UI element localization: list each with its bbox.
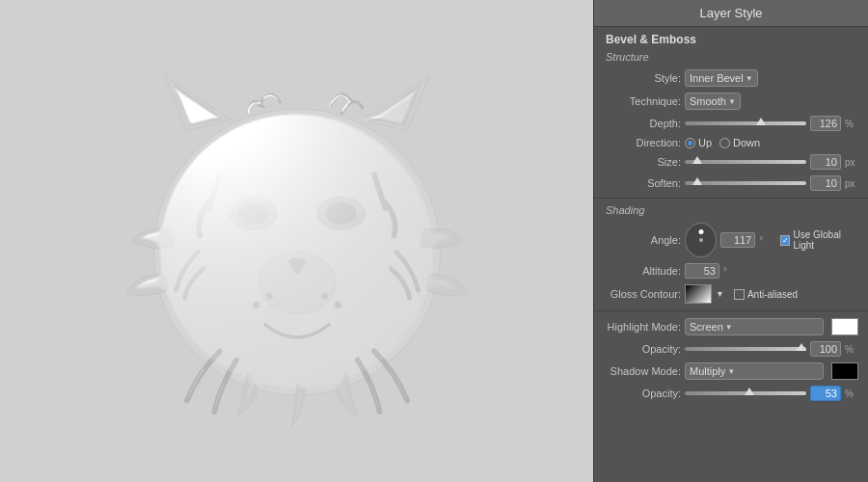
svg-point-3 — [237, 202, 268, 225]
depth-label: Depth: — [604, 118, 681, 129]
size-unit: px — [845, 157, 858, 168]
panel-content: Bevel & Emboss Structure Style: Inner Be… — [594, 27, 868, 482]
shadow-opacity-thumb[interactable] — [745, 388, 754, 395]
shadow-opacity-track[interactable] — [685, 391, 806, 395]
panel-title: Layer Style — [594, 0, 868, 27]
altitude-value-input[interactable] — [685, 263, 719, 279]
direction-down-label: Down — [733, 137, 760, 148]
size-slider-container — [685, 160, 806, 164]
size-slider-track[interactable] — [685, 160, 806, 164]
anti-aliased-item[interactable]: Anti-aliased — [734, 289, 798, 300]
tiger-illustration — [66, 10, 529, 472]
highlight-mode-arrow: ▼ — [725, 323, 733, 332]
shadow-mode-row: Shadow Mode: Multiply ▼ — [594, 360, 868, 383]
dial-indicator — [698, 229, 703, 234]
angle-row: Angle: ° ✓ Use Global Light — [594, 220, 868, 260]
svg-point-6 — [266, 293, 273, 300]
highlight-opacity-track[interactable] — [685, 347, 806, 351]
layer-style-panel: Layer Style Bevel & Emboss Structure Sty… — [593, 0, 868, 482]
size-row: Size: px — [594, 151, 868, 173]
altitude-unit: ° — [723, 266, 737, 277]
svg-point-8 — [321, 293, 328, 300]
direction-up-circle[interactable] — [685, 138, 695, 148]
gloss-contour-preview[interactable] — [685, 284, 712, 304]
global-light-checkbox[interactable]: ✓ — [780, 235, 790, 246]
soften-label: Soften: — [604, 177, 681, 189]
soften-unit: px — [845, 178, 858, 189]
dial-center — [699, 238, 703, 242]
shadow-opacity-slider-container — [685, 391, 806, 395]
divider-modes — [594, 310, 868, 311]
technique-dropdown-arrow: ▼ — [728, 97, 736, 106]
depth-value-input[interactable] — [810, 116, 841, 131]
shadow-opacity-unit: % — [845, 388, 858, 399]
soften-value-input[interactable] — [810, 175, 841, 191]
shadow-color-swatch[interactable] — [831, 362, 858, 380]
shadow-opacity-label: Opacity: — [604, 388, 681, 399]
divider-shading — [594, 198, 868, 199]
shadow-mode-label: Shadow Mode: — [604, 365, 681, 377]
highlight-mode-dropdown[interactable]: Screen ▼ — [685, 318, 824, 335]
direction-radio-group: Up Down — [685, 137, 760, 148]
soften-slider-thumb[interactable] — [692, 177, 702, 185]
soften-slider-track[interactable] — [685, 181, 806, 185]
highlight-opacity-label: Opacity: — [604, 343, 681, 355]
anti-aliased-checkbox[interactable] — [734, 289, 745, 300]
subsection-structure: Structure — [594, 49, 868, 67]
angle-unit: ° — [759, 235, 773, 246]
shadow-mode-arrow: ▼ — [727, 367, 735, 376]
shadow-opacity-row: Opacity: % — [594, 383, 868, 404]
style-dropdown[interactable]: Inner Bevel ▼ — [685, 69, 758, 87]
highlight-opacity-row: Opacity: % — [594, 338, 868, 360]
size-label: Size: — [604, 156, 681, 168]
soften-slider-container — [685, 181, 806, 185]
global-light-checkbox-item[interactable]: ✓ Use Global Light — [780, 229, 858, 251]
direction-label: Direction: — [604, 137, 681, 148]
gloss-contour-arrow[interactable]: ▼ — [716, 289, 724, 299]
gloss-contour-label: Gloss Contour: — [604, 288, 681, 300]
altitude-label: Altitude: — [604, 265, 681, 277]
angle-label: Angle: — [604, 234, 681, 246]
highlight-opacity-unit: % — [845, 344, 858, 355]
direction-row: Direction: Up Down — [594, 134, 868, 151]
depth-slider-track[interactable] — [685, 121, 806, 125]
size-value-input[interactable] — [810, 154, 841, 170]
direction-down-circle[interactable] — [719, 138, 730, 148]
gloss-contour-row: Gloss Contour: ▼ Anti-aliased — [594, 281, 868, 307]
technique-dropdown[interactable]: Smooth ▼ — [685, 93, 741, 110]
style-label: Style: — [604, 72, 681, 84]
direction-up-label: Up — [698, 137, 712, 148]
size-slider-thumb[interactable] — [692, 156, 702, 164]
highlight-color-swatch[interactable] — [831, 318, 858, 335]
style-row: Style: Inner Bevel ▼ — [594, 67, 868, 90]
angle-value-input[interactable] — [720, 232, 755, 248]
depth-slider-thumb[interactable] — [756, 118, 766, 125]
shadow-mode-dropdown[interactable]: Multiply ▼ — [685, 362, 824, 380]
canvas-area — [0, 0, 593, 482]
style-dropdown-arrow: ▼ — [746, 74, 753, 83]
soften-row: Soften: px — [594, 173, 868, 194]
technique-label: Technique: — [604, 95, 681, 107]
shadow-opacity-input[interactable] — [810, 386, 841, 401]
direction-down-radio[interactable]: Down — [719, 137, 760, 148]
altitude-row: Altitude: ° — [594, 260, 868, 281]
highlight-opacity-slider-container — [685, 347, 806, 351]
depth-unit: % — [845, 119, 858, 129]
svg-point-9 — [334, 302, 340, 308]
svg-point-4 — [325, 202, 356, 225]
angle-dial[interactable] — [685, 223, 717, 257]
global-light-label: Use Global Light — [793, 229, 858, 251]
depth-slider-container — [685, 121, 806, 125]
technique-row: Technique: Smooth ▼ — [594, 90, 868, 113]
subsection-shading: Shading — [594, 202, 868, 220]
depth-row: Depth: % — [594, 113, 868, 134]
highlight-opacity-thumb[interactable] — [797, 343, 806, 351]
highlight-mode-row: Highlight Mode: Screen ▼ — [594, 315, 868, 338]
svg-point-7 — [253, 302, 259, 308]
highlight-opacity-input[interactable] — [810, 341, 841, 357]
section-bevel-emboss: Bevel & Emboss — [594, 27, 868, 49]
highlight-mode-label: Highlight Mode: — [604, 321, 681, 333]
direction-up-radio[interactable]: Up — [685, 137, 712, 148]
anti-aliased-label: Anti-aliased — [747, 289, 798, 300]
